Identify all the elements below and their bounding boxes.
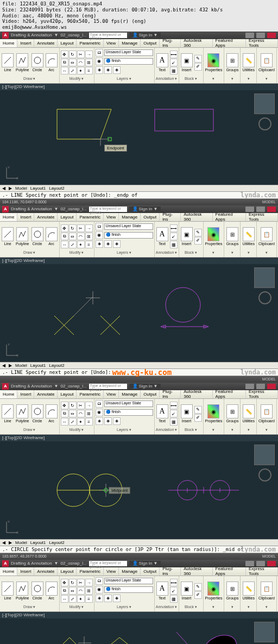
maximize-button[interactable] (256, 207, 265, 212)
insert-tool[interactable]: ▣Insert (180, 53, 193, 72)
tab-home[interactable]: Home (0, 213, 17, 221)
dim-icon[interactable]: ⟷ (170, 51, 178, 58)
circle-tool[interactable]: Circle (31, 53, 44, 72)
ribbon-group-annotation: AText ⟷↙▦ Annotation ▾ (155, 48, 179, 83)
stretch-icon[interactable]: ↔ (61, 67, 68, 74)
scale-icon[interactable]: ⤢ (69, 67, 77, 74)
scroll-left[interactable]: ◀ (2, 186, 5, 191)
command-line[interactable]: .- LINE Specify next point or [Undo]:www… (0, 368, 278, 376)
close-button[interactable] (267, 33, 276, 38)
rotate-icon[interactable]: ↻ (69, 51, 77, 58)
copy-icon[interactable]: ⧉ (61, 59, 68, 66)
create-icon[interactable]: ✎ (194, 55, 202, 62)
signin-button[interactable]: 👤 Sign In ▼ (129, 33, 161, 37)
move-icon[interactable]: ✥ (61, 51, 68, 58)
svg-line-10 (4, 231, 11, 237)
layer-icon-3[interactable]: ◈ (104, 66, 112, 74)
search-input[interactable]: Type a keyword or phrase (89, 33, 127, 38)
nav-wheel-icon[interactable] (258, 117, 271, 130)
layer-icon[interactable]: ◉ (96, 58, 103, 65)
layer-state-combo[interactable]: Unsaved Layer State (104, 49, 153, 56)
search-input[interactable]: Type a keyword or phrase (89, 207, 127, 212)
status-bar: 184.1186, 70.0497 0.0000MODEL (0, 199, 278, 205)
command-line[interactable]: .- LINE Specify next point or [Undo]: _e… (0, 191, 278, 199)
arc-tool[interactable]: Arc (45, 227, 58, 246)
trim-icon[interactable]: ✂ (77, 51, 85, 58)
drawing-viewport[interactable]: Midpoint YX (0, 441, 278, 539)
minimize-button[interactable] (245, 33, 254, 38)
arc-tool[interactable]: Arc (45, 53, 58, 72)
coord-readout: 184.1186, 70.0497 0.0000 (2, 200, 47, 204)
mirror-icon[interactable]: ⇔ (69, 59, 77, 66)
polyline-tool[interactable]: Polyline (15, 53, 30, 72)
tab-plugins[interactable]: Plug-ins (160, 39, 181, 47)
tab-layout[interactable]: Layout (58, 39, 77, 47)
app-logo-icon[interactable]: A (2, 32, 9, 39)
drawing-viewport[interactable]: YX (0, 618, 278, 644)
line-tool[interactable]: Line (1, 227, 14, 246)
explode-icon[interactable]: ✦ (77, 67, 85, 74)
array-icon[interactable]: ⊞ (85, 59, 93, 66)
viewport-label[interactable]: [-][Top][2D Wireframe] (0, 258, 278, 264)
tab-annotate[interactable]: Annotate (34, 39, 58, 47)
close-button[interactable] (267, 207, 276, 212)
doc-name[interactable]: 02_osnap_l... (61, 33, 87, 37)
meta-line: Size: 23240991 bytes (22.16 MiB), durati… (2, 7, 276, 13)
line-tool[interactable]: Line (1, 53, 14, 72)
ribbon-group-draw: Line Polyline Circle Arc Draw ▾ (0, 48, 60, 83)
tab-layout2[interactable]: Layout2 (49, 186, 64, 191)
tab-featured[interactable]: Featured Apps (213, 39, 246, 47)
tab-manage[interactable]: Manage (119, 39, 141, 47)
groups-tool[interactable]: ⊞Groups (225, 53, 239, 72)
autocad-pane-4: ADrafting & Annotation▼02_osnap_l...Type… (0, 560, 278, 644)
edit-icon[interactable]: ✐ (194, 63, 202, 71)
svg-text:Y: Y (8, 166, 10, 169)
tab-layout1[interactable]: Layout1 (30, 186, 46, 191)
layerprops-icon[interactable]: 🗂 (96, 49, 103, 57)
workspace-label[interactable]: Drafting & Annotation (11, 33, 52, 37)
tab-express[interactable]: Express Tools (246, 39, 278, 47)
nav-wheel-icon[interactable] (258, 291, 271, 304)
minimize-button[interactable] (245, 207, 254, 212)
leader-icon[interactable]: ↙ (170, 59, 178, 66)
meta-line: file: 122434_03_02_XR15_osnaps.mp4 (2, 1, 276, 7)
clipboard-tool[interactable]: 📋Clipboard (258, 53, 275, 72)
ribbon-group-layers: 🗂Unsaved Layer State ◉🔵 finish ◈◈◈ Layer… (94, 48, 155, 83)
drawing-viewport[interactable]: Endpoint YX (0, 90, 278, 185)
polyline-tool[interactable]: Polyline (15, 227, 30, 246)
fillet-icon[interactable]: ◠ (77, 59, 85, 66)
ribbon-group-groups: ⊞Groups▾ (224, 48, 241, 83)
layer-combo[interactable]: 🔵 finish (104, 58, 153, 65)
tab-home[interactable]: Home (0, 39, 17, 47)
view-cube[interactable] (254, 93, 275, 114)
autocad-pane-2: A Drafting & Annotation▼ 02_osnap_l... T… (0, 205, 278, 383)
scroll-right[interactable]: ▶ (9, 186, 12, 191)
maximize-button[interactable] (256, 33, 265, 38)
svg-point-1 (34, 57, 41, 64)
lynda-watermark: lynda.com (241, 191, 276, 199)
utilities-tool[interactable]: 📏Utilities (242, 53, 255, 72)
command-line[interactable]: .- CIRCLE Specify center point for circl… (0, 546, 278, 553)
svg-line-16 (74, 297, 93, 316)
text-tool[interactable]: AText (156, 53, 169, 72)
offset-icon[interactable]: ≡ (85, 67, 93, 74)
meta-line: Audio: aac, 48000 Hz, mono (eng) (2, 13, 276, 19)
layer-icon-4[interactable]: ◈ (113, 66, 121, 74)
svg-line-0 (4, 57, 11, 64)
table-icon[interactable]: ▦ (170, 67, 178, 74)
app-logo-icon[interactable]: A (2, 206, 9, 212)
extend-icon[interactable]: → (85, 51, 93, 58)
circle-tool[interactable]: Circle (31, 227, 44, 246)
tab-a360[interactable]: Autodesk 360 (181, 39, 212, 47)
tab-insert[interactable]: Insert (17, 39, 34, 47)
properties-tool[interactable]: ◉Properties (205, 53, 223, 72)
signin-button[interactable]: 👤 Sign In ▼ (129, 207, 161, 211)
tab-output[interactable]: Output (141, 39, 160, 47)
layer-icon-2[interactable]: ◈ (96, 66, 103, 74)
view-cube[interactable] (254, 267, 275, 288)
tab-view[interactable]: View (104, 39, 119, 47)
tab-model[interactable]: Model (15, 186, 27, 191)
tab-parametric[interactable]: Parametric (77, 39, 104, 47)
viewport-label[interactable]: [-][Top][2D Wireframe] (0, 84, 278, 90)
drawing-viewport[interactable]: YX (0, 264, 278, 362)
